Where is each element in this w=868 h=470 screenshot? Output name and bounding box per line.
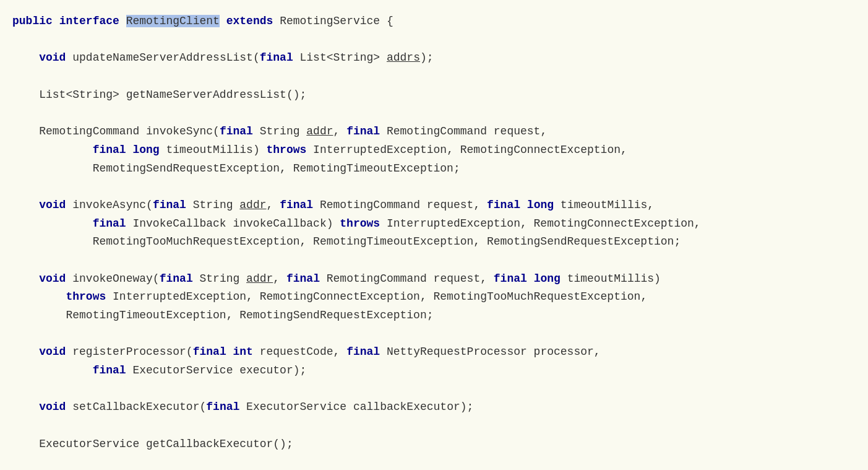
line-class-declaration: public interface RemotingClient extends … — [12, 15, 393, 27]
line-invoke-async-3: RemotingTooMuchRequestException, Remotin… — [93, 235, 681, 248]
line-void-update: void updateNameServerAddressList(final L… — [39, 51, 433, 64]
line-invoke-oneway-3: RemotingTimeoutException, RemotingSendRe… — [66, 309, 433, 321]
line-list-get: List<String> getNameServerAddressList(); — [39, 89, 306, 101]
line-invoke-async-2: final InvokeCallback invokeCallback) thr… — [93, 217, 701, 230]
line-invoke-oneway-2: throws InterruptedException, RemotingCon… — [66, 290, 647, 303]
line-set-callback-executor: void setCallbackExecutor(final ExecutorS… — [39, 401, 473, 413]
line-register-processor-1: void registerProcessor(final int request… — [39, 346, 600, 358]
line-invoke-sync-3: RemotingSendRequestException, RemotingTi… — [93, 162, 460, 175]
line-invoke-sync-1: RemotingCommand invokeSync(final String … — [39, 125, 547, 137]
line-invoke-async-1: void invokeAsync(final String addr, fina… — [39, 199, 654, 211]
line-get-callback-executor: ExecutorService getCallbackExecutor(); — [39, 438, 293, 450]
line-register-processor-2: final ExecutorService executor); — [93, 364, 307, 376]
line-invoke-sync-2: final long timeoutMillis) throws Interru… — [93, 144, 627, 156]
line-invoke-oneway-1: void invokeOneway(final String addr, fin… — [39, 272, 661, 285]
code-viewer: public interface RemotingClient extends … — [12, 6, 856, 460]
code-content: public interface RemotingClient extends … — [12, 12, 856, 454]
